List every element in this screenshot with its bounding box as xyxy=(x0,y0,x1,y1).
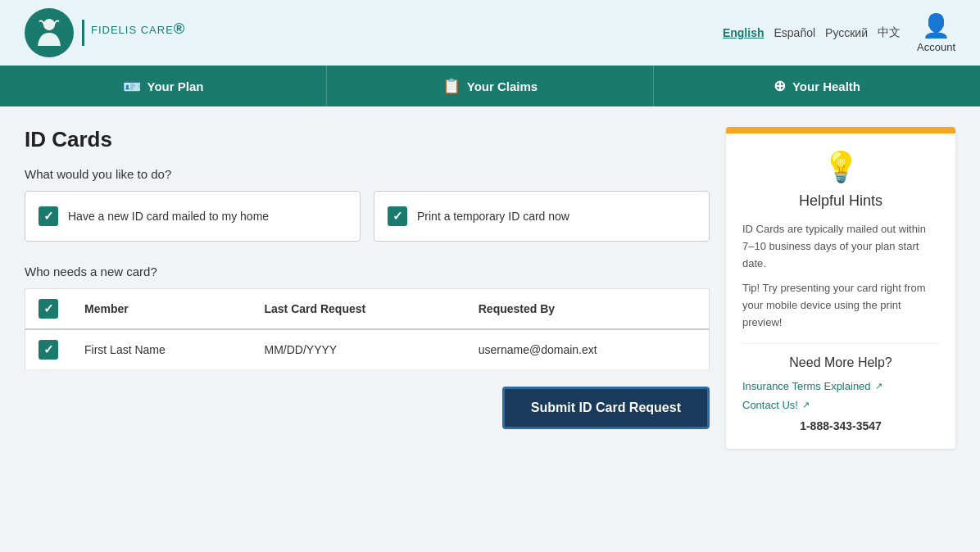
header-checkbox[interactable] xyxy=(39,299,58,319)
left-panel: ID Cards What would you like to do? Have… xyxy=(25,127,710,449)
insurance-terms-link[interactable]: Insurance Terms Explained ↗ xyxy=(742,380,939,392)
nav-your-plan[interactable]: 🪪 Your Plan xyxy=(0,66,327,106)
hints-title: Helpful Hints xyxy=(742,192,939,210)
submit-button[interactable]: Submit ID Card Request xyxy=(502,387,710,429)
option-mail-label: Have a new ID card mailed to my home xyxy=(68,210,269,223)
submit-area: Submit ID Card Request xyxy=(25,387,710,429)
checkbox-mail[interactable] xyxy=(39,206,58,226)
option-print-label: Print a temporary ID card now xyxy=(417,210,569,223)
col-check xyxy=(25,289,72,330)
header-right: English Español Русский 中文 👤 Account xyxy=(723,12,955,53)
hints-top-bar xyxy=(726,127,955,133)
contact-us-link[interactable]: Contact Us! ↗ xyxy=(742,399,939,411)
nav-your-health-label: Your Health xyxy=(792,79,860,93)
who-label: Who needs a new card? xyxy=(25,265,710,278)
logo-icon xyxy=(25,8,74,57)
what-label: What would you like to do? xyxy=(25,167,710,181)
members-table: Member Last Card Request Requested By Fi… xyxy=(25,288,710,370)
language-selector: English Español Русский 中文 xyxy=(723,25,901,40)
nav-your-plan-label: Your Plan xyxy=(147,79,204,93)
your-claims-icon: 📋 xyxy=(442,77,461,95)
card-options: Have a new ID card mailed to my home Pri… xyxy=(25,191,710,242)
requested-by-email: username@domain.ext xyxy=(465,329,710,370)
phone-number: 1-888-343-3547 xyxy=(742,419,939,432)
your-plan-icon: 🪪 xyxy=(123,77,141,95)
row-checkbox[interactable] xyxy=(39,340,58,360)
row-checkbox-cell xyxy=(25,329,72,370)
account-label: Account xyxy=(917,41,955,53)
hints-text2: Tip! Try presenting your card right from… xyxy=(742,280,939,331)
external-link-icon-2: ↗ xyxy=(802,400,810,410)
account-icon: 👤 xyxy=(922,12,951,39)
member-name: First Last Name xyxy=(71,329,251,370)
checkbox-print[interactable] xyxy=(388,206,407,226)
logo-text: FIDELIS CARE® xyxy=(82,20,185,45)
col-requested-by: Requested By xyxy=(465,289,710,330)
nav-your-health[interactable]: ⊕ Your Health xyxy=(654,66,980,106)
insurance-terms-label: Insurance Terms Explained xyxy=(742,380,871,392)
your-health-icon: ⊕ xyxy=(774,77,786,95)
col-member: Member xyxy=(71,289,251,330)
lang-russian[interactable]: Русский xyxy=(825,26,868,39)
table-row: First Last Name MM/DD/YYYY username@doma… xyxy=(25,329,710,370)
hints-text1: ID Cards are typically mailed out within… xyxy=(742,221,939,272)
hints-icon: 💡 xyxy=(742,150,939,184)
nav-your-claims[interactable]: 📋 Your Claims xyxy=(327,66,654,106)
last-request-date: MM/DD/YYYY xyxy=(251,329,465,370)
hints-divider xyxy=(742,343,939,344)
account-menu[interactable]: 👤 Account xyxy=(917,12,955,53)
nav-bar: 🪪 Your Plan 📋 Your Claims ⊕ Your Health xyxy=(0,66,980,106)
option-print-card[interactable]: Print a temporary ID card now xyxy=(374,191,710,242)
svg-point-0 xyxy=(43,19,55,30)
right-panel: 💡 Helpful Hints ID Cards are typically m… xyxy=(726,127,955,449)
header: FIDELIS CARE® English Español Русский 中文… xyxy=(0,0,980,66)
brand-name: FIDELIS CARE® xyxy=(82,20,185,45)
need-help-title: Need More Help? xyxy=(742,355,939,370)
lang-english[interactable]: English xyxy=(723,26,764,39)
main-content: ID Cards What would you like to do? Have… xyxy=(0,106,980,469)
logo-area: FIDELIS CARE® xyxy=(25,8,185,57)
external-link-icon-1: ↗ xyxy=(875,381,882,391)
hints-card: 💡 Helpful Hints ID Cards are typically m… xyxy=(726,127,955,449)
page-title: ID Cards xyxy=(25,127,710,152)
contact-us-label: Contact Us! xyxy=(742,399,798,411)
hints-body: 💡 Helpful Hints ID Cards are typically m… xyxy=(726,133,955,449)
nav-your-claims-label: Your Claims xyxy=(467,79,538,93)
lang-espanol[interactable]: Español xyxy=(774,26,815,39)
lang-chinese[interactable]: 中文 xyxy=(878,25,901,40)
col-last-request: Last Card Request xyxy=(251,289,465,330)
option-mail-card[interactable]: Have a new ID card mailed to my home xyxy=(25,191,361,242)
